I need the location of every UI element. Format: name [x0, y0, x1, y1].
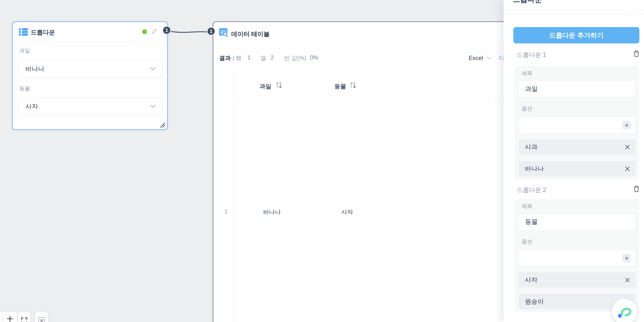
- title-label: 제목: [522, 203, 532, 210]
- section-name-dropdown-2: 드롭다운 2: [517, 186, 546, 194]
- input-port-badge[interactable]: 1: [207, 27, 216, 36]
- options-label: 옵션: [522, 238, 532, 245]
- delete-dropdown-2-button[interactable]: [633, 185, 640, 192]
- empty-pct-label: 빈 값(%): [284, 54, 306, 62]
- trash-icon: [633, 50, 640, 57]
- dropdown-2-new-option-input[interactable]: [518, 249, 636, 266]
- option-text: 원숭이: [525, 297, 624, 306]
- option-row-apple: 사과: [518, 139, 636, 155]
- title-label: 제목: [522, 70, 532, 77]
- table-node-title: 데이터 테이블: [231, 30, 270, 38]
- viewport-icon: [35, 317, 48, 322]
- result-stats: 결과 :: [219, 54, 234, 62]
- dropdown-1-card: 제목 옵션 + 사과 바나나: [514, 66, 639, 179]
- fruit-select-value: 바나나: [25, 65, 150, 73]
- close-icon: [624, 144, 630, 150]
- row-count-label: 행: [236, 54, 242, 62]
- option-text: 사과: [525, 143, 624, 151]
- panel-title: 드롭다운: [513, 0, 542, 5]
- option-row-banana: 바나나: [518, 161, 636, 176]
- fullscreen-icon: [18, 317, 30, 322]
- export-format-select[interactable]: Excel: [469, 54, 492, 62]
- add-option-button[interactable]: +: [622, 254, 631, 262]
- option-text: 사자: [525, 276, 624, 284]
- empty-pct-value: 0%: [310, 54, 318, 62]
- messenger-launcher-button[interactable]: [612, 299, 637, 322]
- export-format-value: Excel: [469, 55, 483, 62]
- status-dot: [142, 29, 147, 34]
- collapse-icon: [151, 28, 158, 35]
- resize-handle[interactable]: [158, 121, 165, 128]
- dropdown-node-divider: [18, 42, 162, 42]
- dropdown-1-title-input[interactable]: [518, 81, 636, 97]
- column-header-animal[interactable]: 동물: [334, 83, 346, 90]
- channel-talk-logo-icon: [615, 302, 634, 321]
- remove-option-button[interactable]: [624, 166, 630, 172]
- animal-select-value: 사자: [25, 102, 150, 111]
- dropdown-node[interactable]: 드롭다운 과일 바나나 동물 사자: [12, 22, 168, 130]
- close-icon: [624, 166, 630, 172]
- row-index-column-divider: [234, 72, 234, 322]
- trash-icon: [633, 185, 640, 192]
- config-panel: 드롭다운 드롭다운 추가하기 드롭다운 1 제목 옵션 + 사과 바나나: [504, 0, 644, 322]
- col-count-label: 열: [260, 54, 266, 62]
- dropdown-1-new-option-input[interactable]: [518, 117, 636, 133]
- option-row-lion: 사자: [518, 272, 636, 288]
- collapse-node-button[interactable]: [151, 28, 158, 35]
- options-label: 옵션: [522, 105, 532, 112]
- dropdown-field-label: 과일: [19, 47, 30, 54]
- row-index: 1: [224, 208, 228, 215]
- panel-divider: [504, 14, 644, 15]
- row-count-value: 1: [248, 54, 250, 62]
- close-icon: [624, 277, 630, 283]
- chevron-down-icon: [150, 105, 156, 108]
- table-cell: 바나나: [263, 208, 281, 216]
- sort-icon[interactable]: [276, 82, 282, 89]
- section-name-dropdown-1: 드롭다운 1: [517, 51, 546, 59]
- delete-dropdown-1-button[interactable]: [633, 50, 640, 57]
- fullscreen-button[interactable]: [18, 312, 30, 322]
- dropdown-node-title: 드롭다운: [31, 28, 55, 36]
- option-text: 바나나: [525, 164, 624, 173]
- output-port-badge[interactable]: 1: [162, 26, 171, 35]
- minimap-button[interactable]: [35, 312, 48, 322]
- remove-option-button[interactable]: [624, 277, 630, 283]
- result-label: 결과 :: [219, 55, 234, 61]
- chevron-down-icon: [150, 67, 156, 71]
- dropdown-2-card: 제목 옵션 + 사자 원숭이: [514, 199, 639, 312]
- sort-icon[interactable]: [350, 82, 356, 89]
- toolbar-divider: [3, 315, 3, 322]
- fruit-select[interactable]: 바나나: [18, 60, 162, 78]
- column-header-fruit[interactable]: 과일: [260, 83, 271, 90]
- list-icon: [19, 28, 28, 36]
- add-dropdown-button[interactable]: 드롭다운 추가하기: [513, 27, 639, 44]
- col-count-value: 2: [270, 54, 274, 62]
- animal-select[interactable]: 사자: [18, 97, 162, 115]
- dropdown-field-label: 동물: [19, 85, 30, 92]
- remove-option-button[interactable]: [624, 144, 630, 150]
- dropdown-2-title-input[interactable]: [518, 213, 636, 230]
- add-option-button[interactable]: +: [622, 121, 631, 129]
- chevron-down-icon: [486, 57, 492, 60]
- table-cell: 사자: [341, 208, 353, 216]
- zoom-in-icon: [6, 315, 14, 322]
- zoom-toolbar[interactable]: [0, 312, 17, 322]
- table-search-icon: [219, 28, 229, 37]
